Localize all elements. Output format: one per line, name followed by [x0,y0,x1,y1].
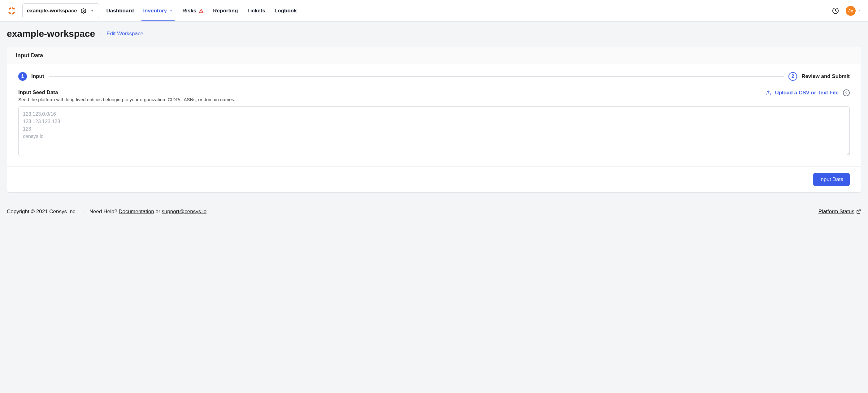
avatar-initials: Je [848,8,853,13]
chevron-down-icon [90,9,94,13]
nav-risks[interactable]: Risks [182,0,204,21]
seed-text: Input Seed Data Seed the platform with l… [18,90,235,102]
nav-tickets[interactable]: Tickets [247,0,265,21]
nav-reporting[interactable]: Reporting [213,0,238,21]
help-button[interactable]: ? [843,90,850,96]
nav-dashboard-label: Dashboard [106,8,134,14]
svg-marker-0 [8,7,11,9]
svg-point-4 [83,10,84,11]
support-email-link[interactable]: support@censys.io [162,208,207,215]
step-line [49,76,784,77]
topbar-right: Je [832,6,861,16]
topbar: example-workspace Dashboard Inventory Ri… [0,0,868,22]
separator-dot: · [82,208,84,215]
nav-inventory-label: Inventory [143,8,167,14]
workspace-name: example-workspace [27,8,77,14]
history-button[interactable] [832,7,839,14]
logo[interactable] [7,6,17,16]
help-icon: ? [845,91,847,95]
main-nav: Dashboard Inventory Risks Reporting Tick… [106,0,297,21]
nav-inventory[interactable]: Inventory [143,0,173,21]
seed-title: Input Seed Data [18,90,235,96]
svg-line-7 [859,210,861,212]
platform-status-label: Platform Status [818,208,855,215]
clock-icon [832,7,839,14]
svg-marker-2 [8,12,11,14]
seed-description: Seed the platform with long-lived entiti… [18,97,235,102]
edit-workspace-link[interactable]: Edit Workspace [106,31,143,37]
upload-icon [766,90,771,96]
copyright: Copyright © 2021 Censys Inc. [7,208,77,215]
step-indicator: 1 Input 2 Review and Submit [18,72,850,81]
step-2-label: Review and Submit [801,73,850,79]
workspace-selector[interactable]: example-workspace [22,3,99,18]
svg-marker-1 [12,7,16,9]
step-1-label: Input [31,73,44,79]
nav-logbook-label: Logbook [275,8,297,14]
chevron-down-icon [169,9,173,13]
gear-icon [81,8,86,13]
platform-status-link[interactable]: Platform Status [818,208,861,215]
input-data-card: Input Data 1 Input 2 Review and Submit I… [7,47,861,193]
or-text: or [155,208,160,215]
page: example-workspace Edit Workspace Input D… [0,22,868,206]
card-header: Input Data [7,47,861,64]
user-menu[interactable]: Je [846,6,861,16]
documentation-link[interactable]: Documentation [119,208,154,215]
step-1-badge: 1 [18,72,27,81]
need-help-text: Need Help? Documentation or support@cens… [90,208,207,215]
seed-header-row: Input Seed Data Seed the platform with l… [18,90,850,102]
avatar: Je [846,6,856,16]
seed-textarea[interactable] [18,106,850,156]
warning-icon [199,8,204,13]
card-footer: Input Data [7,166,861,192]
card-body: 1 Input 2 Review and Submit Input Seed D… [7,64,861,166]
chevron-down-icon [858,9,861,13]
page-title: example-workspace [7,29,95,39]
svg-marker-3 [12,12,16,14]
nav-logbook[interactable]: Logbook [275,0,297,21]
page-header: example-workspace Edit Workspace [7,29,861,39]
upload-csv-link[interactable]: Upload a CSV or Text File [766,90,839,96]
upload-csv-label: Upload a CSV or Text File [775,90,839,96]
nav-reporting-label: Reporting [213,8,238,14]
nav-risks-label: Risks [182,8,196,14]
external-link-icon [856,209,861,214]
censys-logo-icon [7,6,17,16]
nav-dashboard[interactable]: Dashboard [106,0,134,21]
footer: Copyright © 2021 Censys Inc. · Need Help… [0,206,868,222]
input-data-button[interactable]: Input Data [813,173,850,186]
need-help-label: Need Help? [90,208,117,215]
nav-tickets-label: Tickets [247,8,265,14]
step-2-badge: 2 [788,72,797,81]
